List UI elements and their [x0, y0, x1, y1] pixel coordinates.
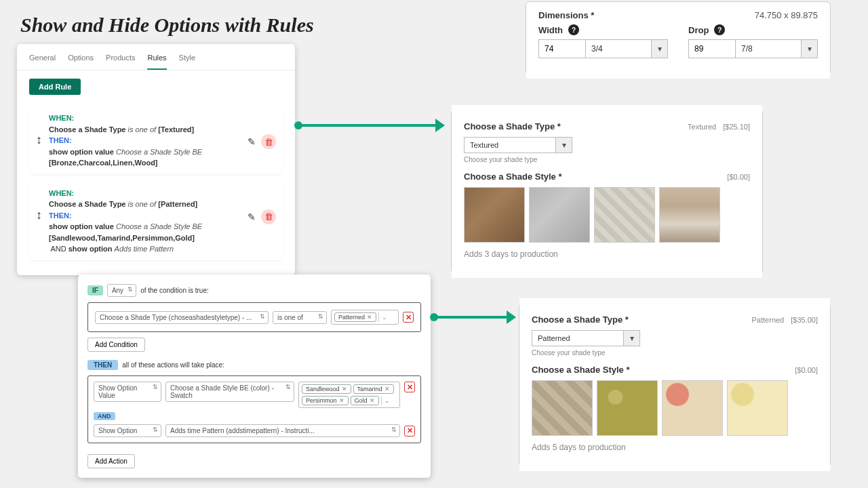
- tag-gold[interactable]: Gold✕: [351, 396, 379, 405]
- rule-card: ↕ WHEN: Choose a Shade Type is one of [T…: [29, 107, 283, 174]
- close-icon[interactable]: ✕: [384, 386, 390, 392]
- width-label: Width: [538, 25, 563, 35]
- swatch-tamarind[interactable]: [597, 380, 658, 436]
- swatch-sandlewood[interactable]: [532, 380, 593, 436]
- action1-field-select[interactable]: Choose a Shade Style BE (color) - Swatch: [165, 382, 294, 402]
- action-field: Choose a Shade Style BE: [116, 148, 202, 156]
- condition-op-select[interactable]: is one of: [273, 311, 327, 324]
- shade-type-title: Choose a Shade Type *: [464, 121, 688, 131]
- help-icon[interactable]: ?: [714, 24, 725, 35]
- action1-tags[interactable]: Sandlewood✕ Tamarind✕ Persimmon✕ Gold✕ ⌄: [298, 382, 400, 408]
- tab-general[interactable]: General: [29, 54, 56, 70]
- shade-type-textured-panel: Choose a Shade Type * Textured [$25.10] …: [451, 112, 763, 271]
- when-label: WHEN:: [49, 114, 74, 122]
- tag-persimmon[interactable]: Persimmon✕: [302, 396, 349, 405]
- cond-field: Choose a Shade Type: [49, 125, 126, 134]
- action-text: show option value: [49, 148, 114, 156]
- action-values: [Bronze,Charcoal,Linen,Wood]: [49, 159, 158, 167]
- tab-style[interactable]: Style: [179, 54, 195, 70]
- tag-patterned[interactable]: Patterned✕: [334, 312, 376, 322]
- shade-type-select[interactable]: Textured: [464, 137, 556, 153]
- chevron-down-icon[interactable]: ▾: [556, 137, 572, 153]
- then-label: THEN:: [49, 136, 72, 144]
- tag-sandlewood[interactable]: Sandlewood✕: [302, 384, 351, 394]
- production-note: Adds 5 days to production: [532, 443, 818, 452]
- cond-op: is one of: [128, 125, 157, 134]
- add-rule-button[interactable]: Add Rule: [29, 79, 81, 95]
- shade-type-help: Choose your shade type: [532, 349, 818, 357]
- then-label: THEN:: [49, 211, 72, 220]
- add-action-button[interactable]: Add Action: [87, 454, 135, 468]
- pencil-icon[interactable]: ✎: [248, 211, 256, 222]
- condition-box: Choose a Shade Type (choseashadestyletyp…: [87, 302, 421, 332]
- when-label: WHEN:: [49, 189, 74, 197]
- condition-field-select[interactable]: Choose a Shade Type (choseashadestyletyp…: [95, 311, 269, 324]
- width-input[interactable]: [538, 39, 586, 58]
- production-note: Adds 3 days to production: [464, 249, 750, 259]
- delete-action1-button[interactable]: ✕: [404, 382, 415, 392]
- drop-input[interactable]: [688, 39, 736, 58]
- trash-icon[interactable]: 🗑: [261, 209, 276, 224]
- rule-builder: IF Any of the condition is true: Choose …: [78, 274, 431, 478]
- dimensions-title: Dimensions *: [538, 10, 594, 20]
- cond-values: [Patterned]: [158, 200, 197, 208]
- shade-type-help: Choose your shade type: [464, 156, 750, 163]
- swatch-charcoal[interactable]: [529, 187, 590, 243]
- drag-icon[interactable]: ↕: [36, 188, 42, 222]
- swatch-wood[interactable]: [659, 187, 720, 243]
- dimensions-panel: Dimensions * 74.750 x 89.875 Width? 3/4 …: [526, 1, 831, 73]
- chevron-down-icon[interactable]: ▾: [802, 39, 818, 58]
- shade-type-selected: Patterned: [752, 316, 785, 324]
- and-pill: AND: [94, 412, 115, 420]
- shade-type-selected: Textured: [688, 123, 716, 131]
- pencil-icon[interactable]: ✎: [248, 136, 256, 147]
- condition-tags[interactable]: Patterned✕ ⌄: [331, 310, 399, 325]
- add-condition-button[interactable]: Add Condition: [87, 338, 145, 352]
- cond-values: [Textured]: [158, 125, 194, 134]
- arrow-icon: [298, 124, 441, 127]
- rule-card: ↕ WHEN: Choose a Shade Type is one of [P…: [29, 182, 283, 260]
- tab-products[interactable]: Products: [106, 54, 135, 70]
- help-icon[interactable]: ?: [568, 24, 579, 35]
- action2-field-select[interactable]: Adds time Pattern (addstimepattern) - In…: [165, 424, 400, 437]
- close-icon[interactable]: ✕: [370, 397, 375, 404]
- tab-rules[interactable]: Rules: [147, 54, 166, 70]
- shade-type-price: [$25.10]: [723, 123, 750, 131]
- trash-icon[interactable]: 🗑: [261, 134, 276, 149]
- and-label: AND: [50, 245, 66, 253]
- close-icon[interactable]: ✕: [367, 314, 372, 321]
- admin-panel: General Options Products Rules Style Add…: [17, 44, 295, 275]
- shade-style-title: Choose a Shade Style *: [532, 365, 795, 375]
- any-after-text: of the condition is true:: [140, 287, 209, 294]
- chevron-down-icon[interactable]: ▾: [652, 39, 668, 58]
- shade-type-select[interactable]: Patterned: [532, 330, 624, 346]
- action1-type-select[interactable]: Show Option Value: [94, 382, 161, 402]
- swatch-linen[interactable]: [594, 187, 655, 243]
- drop-label: Drop: [688, 25, 709, 35]
- tab-options[interactable]: Options: [68, 54, 94, 70]
- width-fraction: 3/4: [586, 39, 652, 58]
- delete-condition-button[interactable]: ✕: [403, 312, 414, 323]
- chevron-down-icon[interactable]: ▾: [624, 330, 640, 346]
- close-icon[interactable]: ✕: [339, 397, 344, 404]
- swatch-bronze[interactable]: [464, 187, 525, 243]
- tag-tamarind[interactable]: Tamarind✕: [353, 384, 394, 394]
- then-pill: THEN: [87, 360, 118, 370]
- drag-icon[interactable]: ↕: [36, 113, 42, 147]
- close-icon[interactable]: ✕: [342, 386, 347, 392]
- drop-fraction: 7/8: [736, 39, 802, 58]
- rule-body: WHEN: Choose a Shade Type is one of [Tex…: [49, 113, 276, 169]
- rule-body: WHEN: Choose a Shade Type is one of [Pat…: [49, 188, 276, 255]
- action-values: [Sandlewood,Tamarind,Persimmon,Gold]: [49, 234, 195, 242]
- arrow-icon: [434, 316, 512, 319]
- delete-action2-button[interactable]: ✕: [404, 426, 415, 436]
- action2-type-select[interactable]: Show Option: [94, 424, 161, 437]
- swatch-persimmon[interactable]: [662, 380, 723, 436]
- swatches: [532, 380, 818, 436]
- shade-style-price: [$0.00]: [727, 173, 750, 181]
- page-title: Show and Hide Options with Rules: [20, 14, 314, 37]
- shade-type-patterned-panel: Choose a Shade Type * Patterned [$35.00]…: [519, 305, 831, 464]
- swatch-gold[interactable]: [727, 380, 788, 436]
- actions-box: Show Option Value Choose a Shade Style B…: [87, 375, 421, 443]
- any-select[interactable]: Any: [107, 284, 136, 297]
